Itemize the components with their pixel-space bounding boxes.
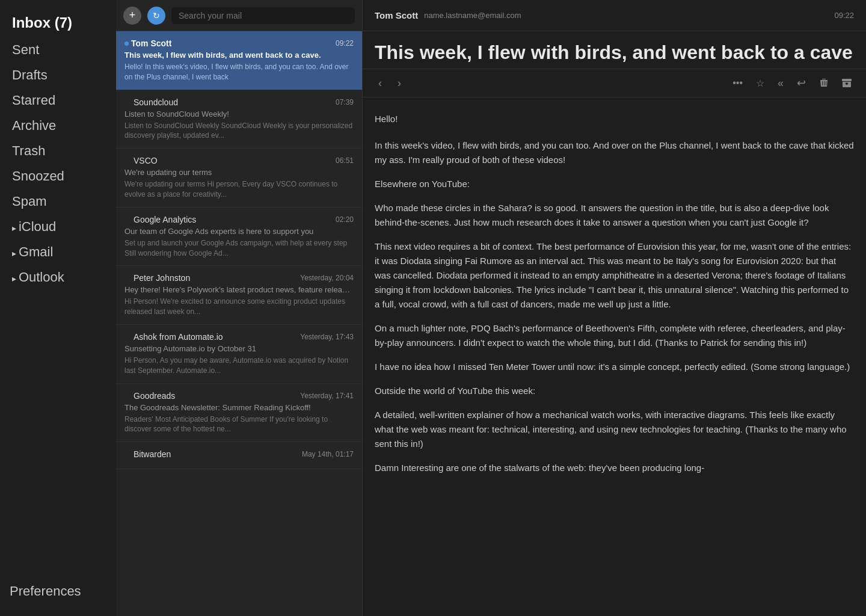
email-toolbar: ‹ › ••• ☆ « ↩ bbox=[363, 69, 866, 97]
email-paragraph: Outside the world of YouTube this week: bbox=[375, 384, 854, 398]
email-item-header: Goodreads Yesterday, 17:41 bbox=[124, 391, 354, 401]
from-name: Tom Scott bbox=[375, 10, 418, 20]
sidebar-item-archive[interactable]: Archive bbox=[2, 114, 114, 137]
email-time: 02:20 bbox=[336, 215, 354, 224]
reply-button[interactable]: ↩ bbox=[794, 74, 808, 92]
email-time-detail: 09:22 bbox=[834, 11, 854, 20]
email-paragraph: On a much lighter note, PDQ Bach's perfo… bbox=[375, 321, 854, 350]
email-list-panel: + ↻ Tom Scott 09:22 This week, I flew wi… bbox=[116, 0, 363, 616]
email-sender: Soundcloud bbox=[124, 97, 178, 107]
sidebar-item-icloud[interactable]: iCloud bbox=[2, 215, 114, 238]
email-sender: Bitwarden bbox=[124, 449, 171, 459]
email-sender: VSCO bbox=[124, 156, 158, 165]
email-item-header: Peter Johnston Yesterday, 20:04 bbox=[124, 273, 354, 283]
email-preview: Listen to SoundCloud Weekly SoundCloud W… bbox=[124, 121, 354, 141]
email-paragraph: In this week's video, I flew with birds,… bbox=[375, 138, 854, 167]
sidebar-item-trash[interactable]: Trash bbox=[2, 140, 114, 162]
email-paragraph: Damn Interesting are one of the stalwart… bbox=[375, 461, 854, 475]
email-list-item[interactable]: Tom Scott 09:22 This week, I flew with b… bbox=[116, 31, 362, 90]
sidebar-item-starred[interactable]: Starred bbox=[2, 89, 114, 112]
unread-dot bbox=[124, 42, 129, 46]
email-time: Yesterday, 20:04 bbox=[300, 274, 354, 282]
more-button[interactable]: ••• bbox=[730, 75, 745, 91]
email-preview: Hi Person! We're excited to announce som… bbox=[124, 297, 354, 317]
email-time: 07:39 bbox=[336, 98, 354, 106]
email-list-item[interactable]: Peter Johnston Yesterday, 20:04 Hey ther… bbox=[116, 266, 362, 325]
email-paragraph: A detailed, well-written explainer of ho… bbox=[375, 408, 854, 451]
email-sender: Ashok from Automate.io bbox=[124, 332, 223, 342]
email-subject: This week, I flew with birds, and went b… bbox=[124, 51, 354, 60]
email-subject: Sunsetting Automate.io by October 31 bbox=[124, 344, 354, 353]
email-preview: Hi Person, As you may be aware, Automate… bbox=[124, 356, 354, 376]
prev-email-button[interactable]: ‹ bbox=[375, 76, 385, 91]
email-subject: We're updating our terms bbox=[124, 168, 354, 177]
email-item-header: Google Analytics 02:20 bbox=[124, 215, 354, 224]
sidebar-item-snoozed[interactable]: Snoozed bbox=[2, 165, 114, 188]
email-preview: Set up and launch your Google Ads campai… bbox=[124, 238, 354, 259]
email-time: 06:51 bbox=[336, 156, 354, 165]
email-from-info: Tom Scott name.lastname@email.com bbox=[375, 10, 521, 20]
search-input[interactable] bbox=[171, 7, 355, 24]
email-list-item[interactable]: VSCO 06:51 We're updating our terms We'r… bbox=[116, 149, 362, 208]
email-time: 09:22 bbox=[336, 39, 354, 48]
email-greeting: Hello! bbox=[375, 112, 854, 126]
from-email: name.lastname@email.com bbox=[424, 11, 521, 20]
email-list-item[interactable]: Google Analytics 02:20 Our team of Googl… bbox=[116, 208, 362, 266]
email-item-header: Ashok from Automate.io Yesterday, 17:43 bbox=[124, 332, 354, 342]
reply-all-button[interactable]: « bbox=[775, 75, 786, 92]
email-time: Yesterday, 17:41 bbox=[300, 392, 354, 400]
email-detail-panel: Tom Scott name.lastname@email.com 09:22 … bbox=[363, 0, 866, 616]
email-subject: Hey there! Here's Polywork's latest prod… bbox=[124, 285, 354, 294]
compose-button[interactable]: + bbox=[123, 7, 141, 25]
email-paragraph: Elsewhere on YouTube: bbox=[375, 177, 854, 191]
email-sender: Goodreads bbox=[124, 391, 175, 401]
star-button[interactable]: ☆ bbox=[754, 75, 767, 91]
email-preview: We're updating our terms Hi person, Ever… bbox=[124, 179, 354, 200]
email-body: Hello!In this week's video, I flew with … bbox=[363, 97, 866, 616]
email-detail-subject: This week, I flew with birds, and went b… bbox=[375, 41, 854, 64]
email-time: May 14th, 01:17 bbox=[302, 450, 354, 458]
email-preview: Readers' Most Anticipated Books of Summe… bbox=[124, 414, 354, 435]
email-subject: Listen to SoundCloud Weekly! bbox=[124, 109, 354, 119]
sidebar-item-gmail[interactable]: Gmail bbox=[2, 241, 114, 263]
email-item-header: Tom Scott 09:22 bbox=[124, 38, 354, 48]
email-list-item[interactable]: Bitwarden May 14th, 01:17 bbox=[116, 442, 362, 469]
email-item-header: Soundcloud 07:39 bbox=[124, 97, 354, 107]
email-list-item[interactable]: Ashok from Automate.io Yesterday, 17:43 … bbox=[116, 325, 362, 384]
email-item-header: VSCO 06:51 bbox=[124, 156, 354, 165]
email-preview: Hello! In this week's video, I flew with… bbox=[124, 62, 354, 82]
email-paragraph: I have no idea how I missed Ten Meter To… bbox=[375, 360, 854, 374]
email-list-header: + ↻ bbox=[116, 0, 362, 31]
email-sender: Tom Scott bbox=[124, 38, 171, 48]
sidebar-item-outlook[interactable]: Outlook bbox=[2, 266, 114, 289]
sidebar-item-spam[interactable]: Spam bbox=[2, 190, 114, 213]
sidebar-item-preferences[interactable]: Preferences bbox=[0, 576, 116, 606]
email-paragraph: Who made these circles in the Sahara? is… bbox=[375, 201, 854, 230]
email-time: Yesterday, 17:43 bbox=[300, 333, 354, 341]
email-subject: The Goodreads Newsletter: Summer Reading… bbox=[124, 403, 354, 412]
sidebar-item-drafts[interactable]: Drafts bbox=[2, 64, 114, 87]
sidebar-item-inbox[interactable]: Inbox (7) bbox=[2, 11, 114, 35]
email-subject-bar: This week, I flew with birds, and went b… bbox=[363, 31, 866, 69]
delete-button[interactable] bbox=[817, 76, 831, 90]
email-detail-header: Tom Scott name.lastname@email.com 09:22 bbox=[363, 0, 866, 31]
sidebar-item-sent[interactable]: Sent bbox=[2, 38, 114, 61]
email-item-header: Bitwarden May 14th, 01:17 bbox=[124, 449, 354, 459]
email-subject: Our team of Google Ads experts is here t… bbox=[124, 227, 354, 236]
email-sender: Peter Johnston bbox=[124, 273, 190, 283]
email-paragraph: This next video requires a bit of contex… bbox=[375, 239, 854, 312]
email-list: Tom Scott 09:22 This week, I flew with b… bbox=[116, 31, 362, 616]
sidebar: Inbox (7) Sent Drafts Starred Archive Tr… bbox=[0, 0, 116, 616]
next-email-button[interactable]: › bbox=[394, 76, 405, 91]
refresh-button[interactable]: ↻ bbox=[147, 7, 165, 25]
archive-button[interactable] bbox=[840, 76, 854, 90]
email-sender: Google Analytics bbox=[124, 215, 196, 224]
email-list-item[interactable]: Goodreads Yesterday, 17:41 The Goodreads… bbox=[116, 384, 362, 443]
email-list-item[interactable]: Soundcloud 07:39 Listen to SoundCloud We… bbox=[116, 90, 362, 149]
